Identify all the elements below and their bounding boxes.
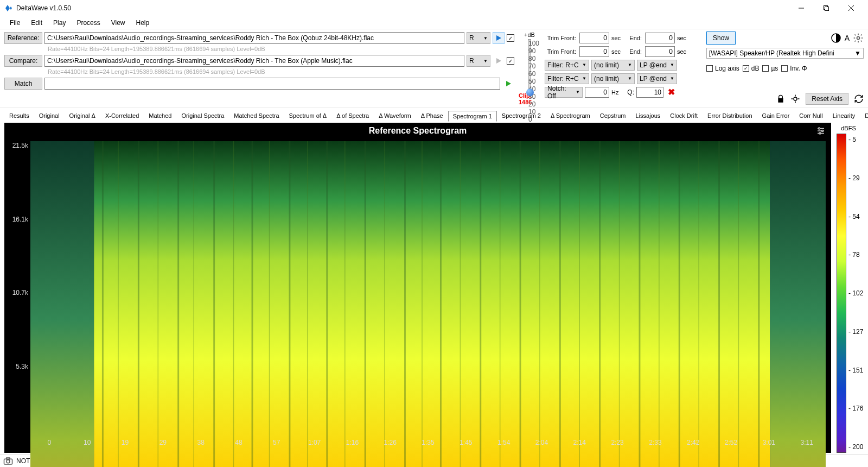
menu-edit[interactable]: Edit — [25, 17, 48, 29]
tab-linearity[interactable]: Linearity — [828, 110, 860, 121]
tab-gain-error[interactable]: Gain Error — [757, 110, 795, 121]
chevron-down-icon: ▼ — [628, 76, 632, 81]
svg-rect-10 — [94, 141, 770, 467]
notch-q-input[interactable] — [636, 87, 663, 98]
notch-select[interactable]: Notch: Off▼ — [545, 87, 583, 98]
contrast-icon[interactable] — [831, 33, 841, 43]
inv-phi-checkbox[interactable]: Inv. Φ — [781, 65, 807, 72]
play-compare-button[interactable] — [493, 55, 505, 67]
tab-bar: Results Original Original Δ X-Correlated… — [0, 108, 868, 122]
notch-clear-button[interactable]: ✖ — [666, 87, 676, 97]
unit-sec: sec — [611, 48, 624, 55]
tab-cepstrum[interactable]: Cepstrum — [595, 110, 631, 121]
compare-path-input[interactable] — [44, 55, 464, 67]
filter-2-limit-select[interactable]: (no limit)▼ — [591, 73, 635, 84]
trim-front-1-input[interactable] — [579, 33, 609, 43]
reference-channel-select[interactable]: R▼ — [467, 32, 490, 44]
camera-icon[interactable] — [3, 457, 13, 465]
tab-orig-spectra[interactable]: Original Spectra — [176, 110, 229, 121]
reference-path-input[interactable] — [44, 32, 464, 44]
svg-rect-30 — [440, 141, 442, 467]
play-reference-button[interactable] — [493, 32, 505, 44]
svg-rect-12 — [102, 141, 104, 467]
trim-end-1-input[interactable] — [645, 33, 675, 43]
trim-end-2-input[interactable] — [645, 46, 675, 57]
reference-channel-value: R — [469, 34, 474, 42]
reference-checkbox[interactable]: ✓ — [507, 34, 514, 42]
minimize-button[interactable] — [789, 0, 814, 16]
chart-area: Reference Spectrogram 21.5k 16.1k 10.7k … — [0, 122, 868, 454]
svg-rect-21 — [269, 141, 270, 467]
thermometer-ticks: 1009080706050403020100 — [528, 40, 539, 91]
menu-play[interactable]: Play — [48, 17, 71, 29]
refresh-icon[interactable] — [854, 94, 864, 104]
close-button[interactable] — [839, 0, 864, 16]
tab-delta-waveform[interactable]: Δ Waveform — [374, 110, 416, 121]
menu-file[interactable]: File — [4, 17, 25, 29]
tab-results[interactable]: Results — [4, 110, 34, 121]
tab-xcorrelated[interactable]: X-Correlated — [100, 110, 144, 121]
match-button[interactable]: Match — [4, 78, 42, 90]
tab-delta-spectrogram[interactable]: Δ Spectrogram — [546, 110, 595, 121]
svg-rect-38 — [599, 141, 601, 467]
tab-spectrum-delta[interactable]: Spectrum of Δ — [284, 110, 332, 121]
tab-original[interactable]: Original — [34, 110, 65, 121]
unit-sec: sec — [677, 48, 690, 55]
filter-1-select[interactable]: Filter: R+C▼ — [545, 60, 589, 71]
compare-channel-select[interactable]: R▼ — [467, 55, 490, 67]
svg-point-6 — [822, 130, 824, 132]
svg-rect-16 — [177, 141, 179, 467]
match-input[interactable] — [44, 78, 500, 90]
menu-view[interactable]: View — [106, 17, 131, 29]
end-label: End: — [627, 35, 643, 41]
menu-process[interactable]: Process — [71, 17, 105, 29]
tab-matched[interactable]: Matched — [144, 110, 176, 121]
log-axis-checkbox[interactable]: Log axis — [706, 65, 739, 72]
gear-icon[interactable] — [853, 33, 864, 43]
play-match-button[interactable] — [502, 78, 514, 90]
svg-rect-24 — [326, 141, 328, 467]
chevron-down-icon: ▼ — [483, 59, 488, 64]
compare-label-button[interactable]: Compare: — [4, 55, 42, 67]
filter-2-select[interactable]: Filter: R+C▼ — [545, 73, 589, 84]
output-device-select[interactable]: [WASAPI] Speaker/HP (Realtek High Defini… — [706, 48, 864, 59]
svg-rect-18 — [213, 141, 215, 467]
show-button[interactable]: Show — [706, 31, 736, 45]
reference-label-button[interactable]: Reference: — [4, 32, 42, 44]
maximize-button[interactable] — [814, 0, 839, 16]
spectrogram-image — [30, 141, 826, 467]
tab-lissajous[interactable]: Lissajous — [630, 110, 665, 121]
tab-corr-null[interactable]: Corr Null — [794, 110, 827, 121]
chevron-down-icon: ▼ — [854, 49, 861, 57]
menu-help[interactable]: Help — [131, 17, 155, 29]
chart-title: Reference Spectrogram — [4, 123, 831, 139]
tab-spectrogram-1[interactable]: Spectrogram 1 — [448, 111, 497, 122]
chevron-down-icon: ▼ — [483, 36, 488, 41]
target-icon[interactable] — [790, 94, 800, 104]
filter-1-limit-select[interactable]: (no limit)▼ — [591, 60, 635, 71]
compare-checkbox[interactable]: ✓ — [507, 57, 514, 65]
tab-matched-spectra[interactable]: Matched Spectra — [229, 110, 284, 121]
plot-canvas[interactable]: 01019293848571:071:161:261:351:451:542:0… — [30, 141, 826, 453]
filter-2-lp-select[interactable]: LP @end▼ — [637, 73, 677, 84]
tab-df-metric[interactable]: DF Metric — [860, 110, 868, 121]
filter-1-lp-select[interactable]: LP @end▼ — [637, 60, 677, 71]
svg-rect-35 — [539, 141, 540, 467]
tab-error-dist[interactable]: Error Distribution — [703, 110, 757, 121]
thermometer-gauge[interactable]: 1009080706050403020100 — [528, 39, 531, 91]
tab-delta-spectra[interactable]: Δ of Spectra — [331, 110, 374, 121]
tab-delta-phase[interactable]: Δ Phase — [416, 110, 448, 121]
spectrogram-chart[interactable]: Reference Spectrogram 21.5k 16.1k 10.7k … — [4, 123, 831, 453]
us-checkbox[interactable]: µs — [762, 65, 778, 72]
reset-axis-button[interactable]: Reset Axis — [806, 93, 848, 105]
chart-settings-icon[interactable] — [816, 126, 826, 136]
svg-rect-37 — [579, 141, 580, 467]
tab-original-delta[interactable]: Original Δ — [65, 110, 100, 121]
trim-front-2-input[interactable] — [579, 46, 609, 57]
db-checkbox[interactable]: ✓dB — [743, 65, 760, 72]
svg-point-7 — [819, 132, 821, 134]
svg-rect-25 — [344, 141, 345, 467]
notch-freq-input[interactable] — [585, 87, 609, 98]
lock-icon[interactable] — [776, 94, 785, 103]
tab-clock-drift[interactable]: Clock Drift — [665, 110, 703, 121]
